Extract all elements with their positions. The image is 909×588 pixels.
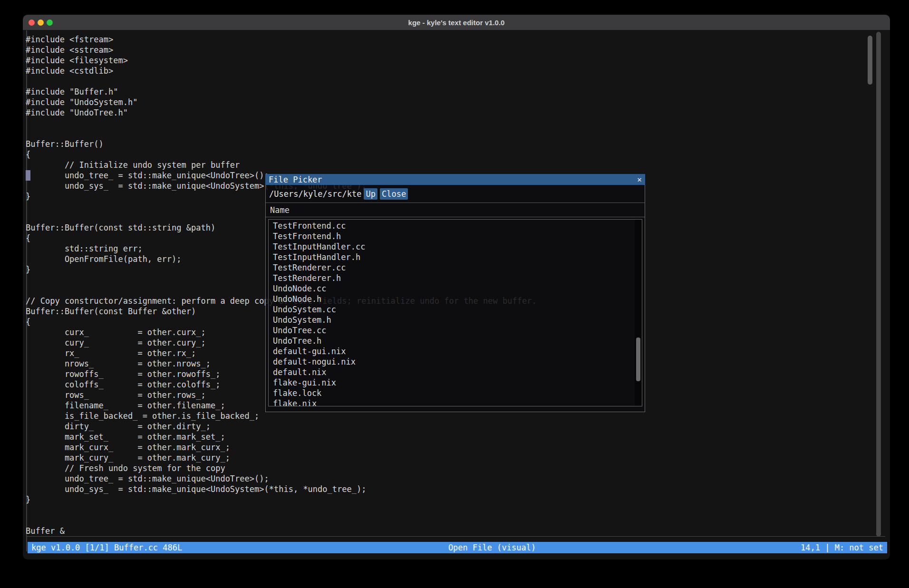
file-list: TestFrontend.ccTestFrontend.hTestInputHa… [268, 219, 642, 406]
file-list-item[interactable]: default-gui.nix [269, 346, 642, 357]
file-list-item[interactable]: TestRenderer.h [269, 273, 642, 283]
file-list-item[interactable]: UndoNode.cc [269, 283, 642, 294]
text-cursor [26, 170, 30, 181]
traffic-lights [29, 19, 53, 26]
close-button[interactable]: Close [380, 188, 408, 200]
dialog-title-bar[interactable]: File Picker ✕ [265, 174, 645, 185]
status-mode: Open File (visual) [448, 542, 536, 553]
file-list-item[interactable]: TestInputHandler.cc [269, 241, 642, 252]
dialog-title: File Picker [269, 175, 322, 184]
file-list-item[interactable]: TestInputHandler.h [269, 252, 642, 262]
file-list-item[interactable]: TestFrontend.h [269, 231, 642, 241]
file-list-item[interactable]: flake-gui.nix [269, 377, 642, 388]
up-button[interactable]: Up [364, 188, 377, 200]
path-row: /Users/kyle/src/kte Up Close [269, 188, 641, 200]
current-path: /Users/kyle/src/kte [269, 189, 361, 199]
close-window-button[interactable] [29, 19, 35, 26]
file-list-item[interactable]: TestRenderer.cc [269, 262, 642, 273]
file-list-item[interactable]: UndoTree.h [269, 336, 642, 346]
status-cursor-position: 14,1 | M: not set [801, 543, 883, 552]
window-title-bar[interactable]: kge - kyle's text editor v1.0.0 [23, 15, 890, 30]
file-list-item[interactable]: default.nix [269, 367, 642, 377]
editor-scrollbar-track[interactable] [876, 32, 881, 537]
editor-scrollbar-thumb[interactable] [868, 36, 872, 85]
file-list-item[interactable]: UndoSystem.h [269, 315, 642, 325]
window-title: kge - kyle's text editor v1.0.0 [408, 19, 505, 27]
column-header-name: Name [266, 203, 645, 217]
zoom-window-button[interactable] [47, 19, 53, 26]
close-icon[interactable]: ✕ [637, 175, 642, 184]
status-bar-separator [27, 536, 885, 537]
file-list-item[interactable]: flake.lock [269, 388, 642, 398]
minimize-window-button[interactable] [38, 19, 44, 26]
file-list-item[interactable]: default-nogui.nix [269, 357, 642, 367]
file-list-item[interactable]: TestFrontend.cc [269, 221, 642, 231]
file-list-item[interactable]: UndoNode.h [269, 294, 642, 304]
file-list-item[interactable]: flake.nix [269, 398, 642, 406]
status-file-info: kge v1.0.0 [1/1] Buffer.cc 486L [31, 543, 182, 552]
file-picker-dialog: File Picker ✕ /Users/kyle/src/kte Up Clo… [265, 174, 645, 412]
status-bar: kge v1.0.0 [1/1] Buffer.cc 486L Open Fil… [28, 542, 887, 553]
file-list-item[interactable]: UndoTree.cc [269, 325, 642, 336]
file-list-item[interactable]: UndoSystem.cc [269, 304, 642, 315]
list-scrollbar-thumb[interactable] [636, 337, 640, 381]
